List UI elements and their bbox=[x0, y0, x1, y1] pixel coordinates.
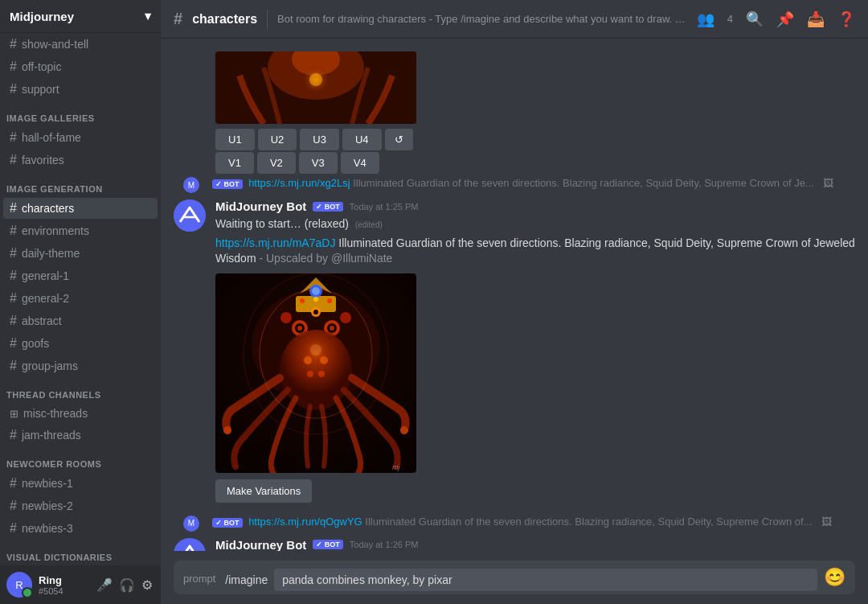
deafen-icon[interactable]: 🎧 bbox=[117, 576, 137, 594]
v1-button[interactable]: V1 bbox=[215, 152, 254, 174]
hash-icon: # bbox=[10, 428, 17, 442]
verified-bot-badge: ✓ BOT bbox=[212, 179, 243, 189]
hash-icon: # bbox=[10, 82, 17, 97]
sidebar-item-jam-threads[interactable]: # jam-threads bbox=[3, 425, 158, 446]
bot-small-avatar: M bbox=[183, 177, 199, 193]
v4-button[interactable]: V4 bbox=[341, 152, 379, 174]
sidebar-item-newbies-1[interactable]: # newbies-1 bbox=[3, 473, 158, 494]
svg-point-21 bbox=[280, 312, 292, 323]
message-author-2: MidJourney Bot bbox=[215, 538, 306, 551]
avatar: R bbox=[6, 572, 32, 598]
username: Ring bbox=[39, 574, 88, 586]
top-truncated-image bbox=[215, 51, 416, 124]
v2-button[interactable]: V2 bbox=[257, 152, 296, 174]
u2-button[interactable]: U2 bbox=[258, 129, 297, 150]
v3-button[interactable]: V3 bbox=[299, 152, 338, 174]
svg-point-31 bbox=[318, 371, 325, 377]
u3-button[interactable]: U3 bbox=[300, 129, 339, 150]
svg-point-13 bbox=[327, 298, 332, 303]
channel-hash-icon: # bbox=[174, 10, 182, 28]
system-avatar-area-2: M bbox=[174, 516, 206, 532]
sidebar-item-misc-threads[interactable]: ⊞ misc-threads bbox=[3, 404, 158, 423]
sidebar-item-daily-theme[interactable]: # daily-theme bbox=[3, 243, 158, 264]
inbox-icon[interactable]: 📥 bbox=[807, 10, 825, 28]
mute-icon[interactable]: 🎤 bbox=[95, 576, 114, 594]
svg-point-20 bbox=[330, 326, 334, 331]
help-icon[interactable]: ❓ bbox=[837, 10, 855, 28]
hash-icon: # bbox=[10, 314, 17, 328]
sidebar-item-favorites[interactable]: # favorites bbox=[3, 150, 158, 171]
svg-point-29 bbox=[320, 356, 328, 364]
generated-image-1: mj bbox=[215, 273, 416, 473]
sidebar-item-off-topic[interactable]: # off-topic bbox=[3, 56, 158, 77]
svg-point-4 bbox=[309, 73, 322, 86]
system-avatar-area: M bbox=[174, 177, 206, 193]
u1-button[interactable]: U1 bbox=[215, 129, 255, 150]
hash-icon: # bbox=[10, 153, 17, 167]
members-icon[interactable]: 👥 bbox=[697, 10, 714, 28]
hash-icon: # bbox=[10, 224, 17, 238]
search-icon[interactable]: 🔍 bbox=[746, 10, 764, 28]
message-header-1: MidJourney Bot ✓ BOT Today at 1:25 PM bbox=[215, 199, 855, 213]
sidebar-item-characters[interactable]: # characters bbox=[3, 198, 158, 219]
system-action-icon[interactable]: 🖼 bbox=[823, 177, 833, 189]
chat-input[interactable] bbox=[274, 569, 817, 591]
channel-label: favorites bbox=[22, 154, 64, 166]
sidebar-item-group-jams[interactable]: # group-jams bbox=[3, 355, 158, 376]
message-header-2: MidJourney Bot ✓ BOT Today at 1:26 PM bbox=[215, 538, 855, 551]
hash-icon: # bbox=[10, 521, 17, 536]
hash-icon: # bbox=[10, 246, 17, 261]
bot-avatar bbox=[174, 199, 206, 232]
sidebar-item-general-1[interactable]: # general-1 bbox=[3, 265, 158, 286]
channel-label: show-and-tell bbox=[22, 38, 88, 51]
sidebar-item-support[interactable]: # support bbox=[3, 79, 158, 100]
svg-point-22 bbox=[340, 312, 351, 323]
sidebar-item-newbies-2[interactable]: # newbies-2 bbox=[3, 495, 158, 516]
message-group-1: MidJourney Bot ✓ BOT Today at 1:25 PM Wa… bbox=[174, 199, 855, 503]
bot-badge-1: ✓ BOT bbox=[313, 202, 343, 212]
refresh-button[interactable]: ↺ bbox=[385, 129, 413, 150]
message-text-1: Waiting to start… (relaxed) (edited) bbox=[215, 216, 855, 232]
make-variations-button[interactable]: Make Variations bbox=[215, 479, 312, 503]
settings-icon[interactable]: ⚙ bbox=[140, 576, 154, 594]
sidebar-item-goofs[interactable]: # goofs bbox=[3, 333, 158, 354]
bot-avatar-2 bbox=[174, 538, 206, 551]
sidebar-item-hall-of-fame[interactable]: # hall-of-fame bbox=[3, 127, 158, 148]
channel-label: general-1 bbox=[22, 269, 69, 282]
emoji-button[interactable]: 😊 bbox=[817, 561, 845, 594]
message-link-1[interactable]: https://s.mj.run/mA7aDJ bbox=[215, 236, 335, 249]
section-image-generation: IMAGE GENERATION bbox=[0, 171, 161, 197]
avatar-letter: R bbox=[15, 579, 23, 591]
server-dropdown-arrow: ▾ bbox=[145, 9, 151, 23]
svg-point-28 bbox=[304, 356, 312, 364]
sidebar-item-abstract[interactable]: # abstract bbox=[3, 310, 158, 331]
server-header[interactable]: Midjourney ▾ bbox=[0, 0, 161, 33]
system-msg-content-2: ✓ BOT https://s.mj.run/qOgwYG Illuminate… bbox=[212, 516, 855, 528]
hash-icon: # bbox=[10, 201, 17, 216]
system-link-1[interactable]: https://s.mj.run/xg2Lsj bbox=[248, 177, 350, 189]
header-divider bbox=[267, 10, 268, 29]
system-message-1: M ✓ BOT https://s.mj.run/xg2Lsj Illumina… bbox=[174, 177, 855, 193]
u4-button[interactable]: U4 bbox=[342, 129, 382, 150]
section-visual-dict: VISUAL DICTIONARIES bbox=[0, 540, 161, 565]
sidebar-item-newbies-3[interactable]: # newbies-3 bbox=[3, 518, 158, 539]
image-buttons-row1: U1 U2 U3 U4 ↺ bbox=[215, 129, 855, 150]
svg-text:mj: mj bbox=[392, 463, 400, 471]
section-image-galleries: IMAGE GALLERIES bbox=[0, 101, 161, 126]
pin-icon[interactable]: 📌 bbox=[776, 10, 794, 28]
hash-icon: # bbox=[10, 336, 17, 351]
sidebar-item-show-and-tell[interactable]: # show-and-tell bbox=[3, 34, 158, 55]
user-info: Ring #5054 bbox=[39, 574, 88, 596]
system-link-2[interactable]: https://s.mj.run/qOgwYG bbox=[248, 516, 362, 528]
section-thread-channels: THREAD CHANNELS bbox=[0, 377, 161, 403]
svg-point-33 bbox=[400, 426, 408, 434]
sidebar-item-general-2[interactable]: # general-2 bbox=[3, 288, 158, 309]
svg-point-14 bbox=[313, 297, 318, 302]
bot-badge-2: ✓ BOT bbox=[313, 540, 343, 549]
system-action-icon-2[interactable]: 🖼 bbox=[821, 516, 832, 528]
chat-input-area: prompt /imagine 😊 bbox=[161, 551, 868, 604]
message-link-line: https://s.mj.run/mA7aDJ Illuminated Guar… bbox=[215, 236, 855, 267]
hash-icon: # bbox=[10, 476, 17, 491]
sidebar-item-environments[interactable]: # environments bbox=[3, 220, 158, 241]
chat-input-wrapper: prompt /imagine 😊 bbox=[174, 561, 855, 594]
